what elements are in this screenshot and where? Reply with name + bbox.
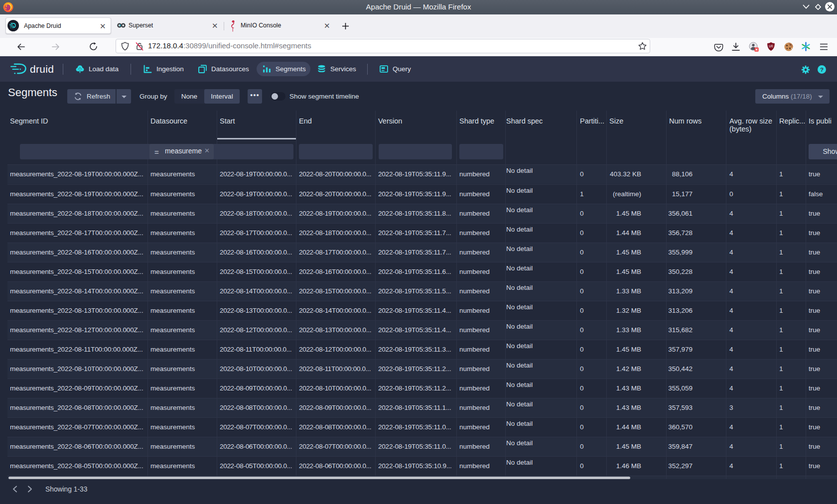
svg-text:?: ? <box>820 66 824 73</box>
svg-text:U0: U0 <box>769 44 773 48</box>
